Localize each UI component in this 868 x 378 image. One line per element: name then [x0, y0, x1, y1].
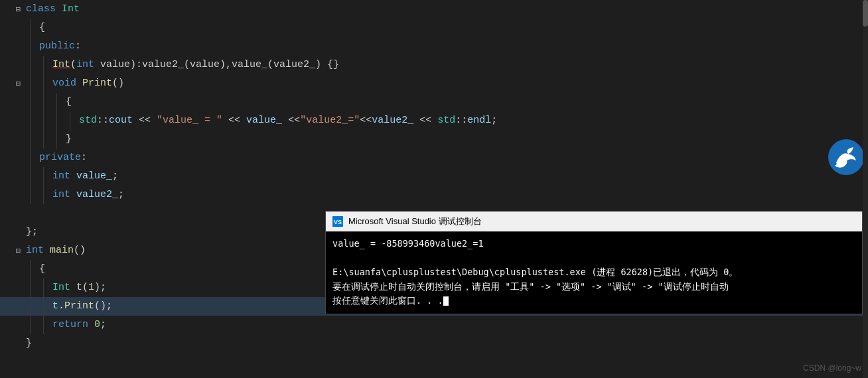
gutter [0, 111, 23, 130]
indent-guide [23, 316, 36, 334]
token: { [39, 263, 45, 275]
indent-guide [63, 111, 76, 130]
gutter: ⊟ [0, 241, 23, 260]
token: "value_ = " [157, 115, 222, 126]
indent-guide [36, 130, 50, 149]
gutter [0, 149, 23, 167]
code-content: } [63, 130, 868, 149]
indent-guide [36, 297, 50, 316]
code-content: class Int [23, 0, 868, 19]
token: :: [455, 115, 467, 126]
token [88, 319, 94, 330]
gutter: ⊟ [0, 0, 23, 19]
token: class [26, 3, 62, 15]
debug-body: value_ = -858993460value2_=1 E:\suanfa\c… [326, 231, 862, 314]
debug-output-2 [332, 251, 855, 266]
token: { [39, 22, 45, 33]
indent-guide [36, 167, 50, 186]
token: value2_ [70, 189, 118, 200]
token: : [81, 152, 87, 163]
token: int [26, 245, 44, 256]
debug-output-1: value_ = -858993460value2_=1 [332, 237, 855, 251]
debug-output-3: E:\suanfa\cplusplustest\Debug\cplusplust… [332, 265, 855, 280]
code-content: } [23, 334, 868, 353]
code-content: { [63, 93, 868, 111]
code-line: std::cout << "value_ = " << value_ <<"va… [0, 111, 868, 130]
svg-text:VS: VS [334, 219, 342, 225]
token: std [79, 115, 97, 126]
indent-guide [36, 316, 50, 334]
code-area: ⊟class Int{public:Int(int value):value2_… [0, 0, 868, 378]
gutter [0, 279, 23, 297]
token: return [52, 319, 88, 330]
token: 0 [94, 319, 100, 330]
token: void [52, 78, 82, 89]
token: t [52, 300, 58, 312]
code-line: ⊟void Print() [0, 74, 868, 93]
code-line: { [0, 93, 868, 111]
fold-button[interactable]: ⊟ [16, 79, 21, 89]
code-line: Int(int value):value2_(value),value_(val… [0, 56, 868, 74]
indent-guide [50, 111, 63, 130]
debug-title: Microsoft Visual Studio 调试控制台 [348, 216, 482, 227]
code-editor: ⊟class Int{public:Int(int value):value2_… [0, 0, 868, 378]
gutter [0, 130, 23, 149]
token: t( [70, 282, 88, 293]
gutter [0, 167, 23, 186]
indent-guide [23, 74, 36, 93]
token: std [437, 115, 455, 126]
bird-icon [828, 139, 865, 176]
indent-guide [23, 93, 36, 111]
token: ( [70, 59, 76, 70]
debug-title-bar: VS Microsoft Visual Studio 调试控制台 [326, 212, 862, 231]
debug-output-4: 要在调试停止时自动关闭控制台，请启用 "工具" -> "选项" -> "调试" … [332, 280, 855, 294]
token: << [222, 115, 246, 126]
token: ; [100, 319, 106, 330]
gutter [0, 56, 23, 74]
code-content: Int(int value):value2_(value),value_(val… [50, 56, 868, 74]
token: Print [82, 78, 112, 89]
token: endl [467, 115, 491, 126]
token: value2_ [372, 115, 413, 126]
code-content: private: [36, 149, 868, 167]
fold-button[interactable]: ⊟ [16, 246, 21, 256]
token: ; [32, 226, 38, 237]
token: int [76, 59, 94, 70]
code-line: private: [0, 149, 868, 167]
code-content: { [36, 19, 868, 37]
indent-guide [23, 130, 36, 149]
code-line: return 0; [0, 316, 868, 334]
code-line: } [0, 130, 868, 149]
code-line: ⊟class Int [0, 0, 868, 19]
token: 1 [88, 282, 94, 293]
token: << [413, 115, 437, 126]
code-content: int value_; [50, 167, 868, 186]
token: value_ [246, 115, 282, 126]
token: int [52, 189, 70, 200]
indent-guide [36, 186, 50, 204]
token: << [133, 115, 157, 126]
token: Int [52, 59, 70, 70]
code-content: return 0; [50, 316, 868, 334]
scrollbar-thumb[interactable] [863, 0, 868, 27]
indent-guide [23, 186, 36, 204]
token: { [66, 96, 72, 107]
code-line: } [0, 334, 868, 353]
indent-guide [23, 167, 36, 186]
indent-guide [23, 149, 36, 167]
token: "value2_=" [300, 115, 360, 126]
gutter: ⊟ [0, 74, 23, 93]
scrollbar[interactable] [863, 0, 868, 378]
gutter [0, 19, 23, 37]
indent-guide [23, 260, 36, 279]
indent-guide [50, 93, 63, 111]
code-line: int value2_; [0, 186, 868, 204]
gutter [0, 260, 23, 279]
fold-button[interactable]: ⊟ [16, 5, 21, 15]
token: << [360, 115, 372, 126]
token: () [74, 245, 86, 256]
indent-guide [36, 111, 50, 130]
gutter [0, 93, 23, 111]
token: Print [64, 300, 94, 312]
gutter [0, 334, 23, 353]
